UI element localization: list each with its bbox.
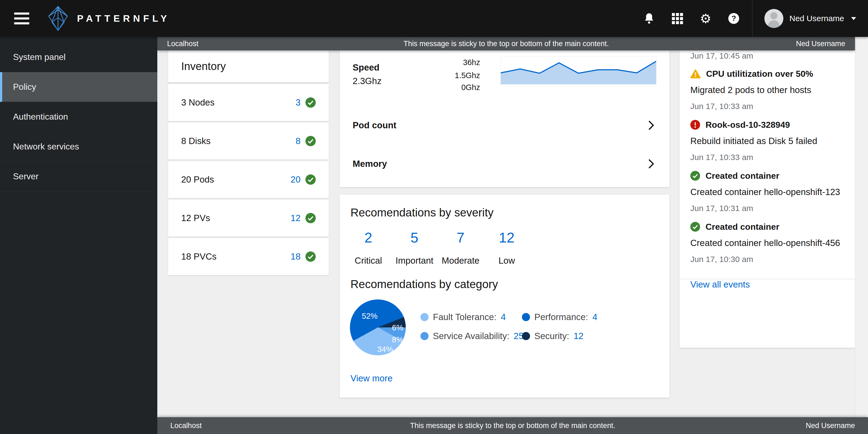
success-check-icon (305, 175, 316, 185)
disks-count[interactable]: 8 (296, 136, 301, 146)
user-name: Ned Username (789, 14, 844, 23)
event-timestamp: Jun 17, 10:33 am (690, 101, 844, 111)
main-content: Inventory 3 Nodes 3 8 Disks 8 20 Pods 20… (157, 51, 855, 434)
event-title: CPU utilitization over 50% (706, 68, 813, 79)
speed-value: 2.3Ghz (352, 76, 381, 86)
app-launcher-grid-icon[interactable] (671, 12, 683, 24)
brand-logo: PATTERNFLY (47, 6, 170, 31)
event-title: Rook-osd-10-328949 (706, 119, 790, 130)
avatar (764, 9, 783, 28)
event-timestamp: Jun 17, 10:31 am (690, 204, 844, 213)
nodes-count[interactable]: 3 (296, 97, 301, 108)
event-description: Created container hello-openshift-123 (690, 186, 844, 198)
event-timestamp: Jun 17, 10:33 am (690, 152, 844, 162)
pods-count[interactable]: 20 (290, 175, 301, 185)
inventory-row-pvs[interactable]: 12 PVs 12 (168, 199, 329, 237)
success-icon (690, 222, 700, 231)
utilization-card: Speed 2.3Ghz 36hz 1.5Ghz 0Ghz Pod count … (340, 51, 670, 187)
sidebar-item-system-panel[interactable]: System panel (0, 42, 157, 72)
severity-moderate: 7 Moderate (442, 229, 479, 266)
expand-row-pod-count[interactable]: Pod count (340, 115, 670, 136)
recommendations-card: Recomendations by severity 2 Critical 5 … (340, 195, 670, 398)
sticky-banner-top: Localhost This message is sticky to the … (157, 37, 855, 51)
patternfly-kite-icon (47, 6, 69, 31)
legend-bullet (421, 313, 429, 321)
chevron-down-icon (851, 17, 856, 20)
event-title: Created container (706, 170, 779, 181)
spark-axis-tick: 1.5Ghz (405, 71, 480, 80)
inventory-title: Inventory (168, 51, 329, 83)
success-check-icon (305, 136, 316, 146)
severity-important: 5 Important (396, 229, 433, 266)
legend-bullet (421, 332, 429, 340)
warning-icon (690, 69, 701, 79)
inventory-row-disks[interactable]: 8 Disks 8 (168, 123, 329, 159)
banner-user: Ned Username (796, 40, 845, 48)
notifications-bell-icon[interactable] (643, 12, 655, 24)
sidebar-item-policy[interactable]: Policy (0, 72, 157, 102)
user-menu[interactable]: Ned Username (752, 0, 868, 37)
pie-slice-label: 8% (392, 335, 403, 344)
severity-count[interactable]: 5 (396, 229, 433, 246)
masthead: PATTERNFLY ⚙ ? Ned Username (0, 0, 868, 37)
success-check-icon (305, 213, 316, 223)
success-check-icon (305, 97, 316, 108)
legend-bullet (522, 332, 530, 340)
inventory-row-pvcs[interactable]: 18 PVCs 18 (168, 238, 329, 275)
event-item[interactable]: Created container Created container hell… (690, 170, 844, 213)
event-item[interactable]: CPU utilitization over 50% Migrated 2 po… (690, 68, 844, 111)
severity-count[interactable]: 12 (499, 229, 515, 246)
event-timestamp: Jun 17, 10:30 am (690, 254, 844, 264)
inventory-row-nodes[interactable]: 3 Nodes 3 (168, 84, 329, 121)
category-title: Recomendations by category (350, 278, 498, 291)
severity-low: 12 Low (499, 229, 515, 266)
settings-gear-icon[interactable]: ⚙ (700, 12, 712, 24)
legend-bullet (522, 313, 530, 321)
banner-host: Localhost (167, 40, 198, 48)
pie-slice-label: 34% (377, 345, 393, 354)
inventory-row-pods[interactable]: 20 Pods 20 (168, 161, 329, 198)
inventory-card: Inventory 3 Nodes 3 8 Disks 8 20 Pods 20… (168, 51, 329, 275)
sticky-banner-bottom: Localhost This message is sticky to the … (157, 417, 868, 434)
banner-user: Ned Username (806, 422, 855, 430)
expand-row-memory[interactable]: Memory (340, 153, 670, 175)
pie-slice-label: 6% (392, 323, 403, 332)
success-icon (690, 171, 700, 181)
banner-host: Localhost (170, 422, 202, 430)
brand-text: PATTERNFLY (77, 13, 170, 24)
event-item[interactable]: Created container Created container hell… (690, 221, 844, 264)
legend-performance: Performance: 4 (522, 312, 597, 322)
event-description: Created container hello-openshift-456 (690, 237, 844, 250)
category-pie: 52% 6% 8% 34% (350, 300, 406, 355)
success-check-icon (305, 251, 316, 262)
banner-message: This message is sticky to the top or bot… (410, 422, 615, 430)
view-more-link[interactable]: View more (350, 373, 393, 383)
speed-label: Speed (352, 62, 379, 73)
sidebar-item-network-services[interactable]: Network services (0, 132, 157, 162)
event-title: Created container (706, 221, 779, 232)
event-description: Rebuild initiated as Disk 5 failed (690, 134, 844, 148)
event-timestamp: Jun 17, 10:45 am (690, 51, 844, 61)
severity-count[interactable]: 7 (442, 229, 479, 246)
sidebar-item-server[interactable]: Server (0, 162, 157, 191)
chevron-right-icon (648, 159, 654, 169)
vertical-scrollbar[interactable] (855, 37, 868, 434)
event-description: Migrated 2 pods to other hosts (690, 84, 844, 97)
chevron-right-icon (648, 120, 654, 130)
banner-message: This message is sticky to the top or bot… (404, 40, 609, 48)
speed-sparkline-chart (500, 56, 656, 86)
spark-axis-tick: 36hz (405, 58, 480, 67)
severity-count[interactable]: 2 (355, 229, 382, 246)
nav-toggle-hamburger-icon[interactable] (14, 12, 29, 24)
sidebar-item-authentication[interactable]: Authentication (0, 102, 157, 132)
events-card: Jun 17, 10:45 am CPU utilitization over … (680, 51, 855, 348)
severity-title: Recomendations by severity (350, 206, 494, 219)
help-question-icon[interactable]: ? (728, 12, 740, 24)
event-item[interactable]: Rook-osd-10-328949 Rebuild initiated as … (690, 119, 844, 162)
severity-critical: 2 Critical (355, 229, 382, 266)
sidebar: System panel Policy Authentication Netwo… (0, 37, 157, 434)
view-all-events-link[interactable]: View all events (690, 273, 750, 289)
error-icon (690, 120, 700, 130)
pvcs-count[interactable]: 18 (290, 251, 301, 262)
pvs-count[interactable]: 12 (290, 213, 301, 223)
